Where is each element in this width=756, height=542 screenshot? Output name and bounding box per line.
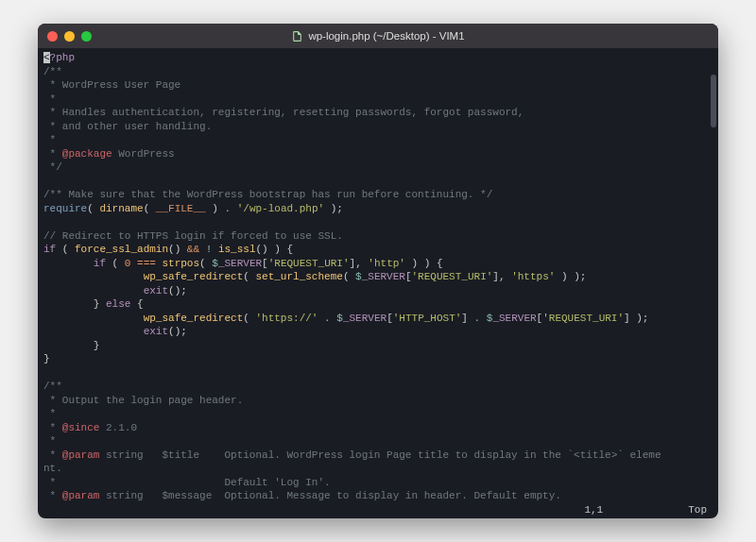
- doc-tag: @param: [62, 490, 100, 501]
- func: wp_safe_redirect: [144, 271, 244, 282]
- traffic-lights: [47, 31, 92, 42]
- func: wp_safe_redirect: [144, 313, 244, 324]
- doc-tag: @since: [62, 422, 100, 433]
- const: __FILE__: [156, 203, 206, 214]
- string: '/wp-load.php': [237, 203, 324, 214]
- keyword: exit: [144, 326, 168, 337]
- var: $: [212, 258, 218, 269]
- comment-line: /**: [43, 66, 62, 77]
- func: force_ssl_admin: [75, 244, 168, 255]
- scroll-position: Top: [688, 504, 707, 516]
- window-title-text: wp-login.php (~/Desktop) - VIM1: [308, 30, 464, 42]
- comment-line: 2.1.0: [99, 422, 137, 433]
- var: _SERVER: [343, 313, 387, 324]
- file-icon: [291, 30, 303, 42]
- string: 'REQUEST_URI': [412, 271, 493, 282]
- string: 'REQUEST_URI': [268, 258, 350, 269]
- php-open-tag-rest: ?php: [50, 52, 75, 63]
- string: 'https': [511, 271, 555, 282]
- comment-line: *: [43, 435, 56, 447]
- comment-line: string $message Optional. Message to dis…: [99, 490, 560, 501]
- comment-line: * Default 'Log In'.: [43, 477, 331, 488]
- comment-line: */: [43, 161, 62, 173]
- scrollbar-thumb[interactable]: [711, 75, 716, 127]
- var: $: [336, 313, 343, 324]
- comment-line: * WordPress User Page: [43, 79, 180, 91]
- keyword: require: [43, 203, 87, 214]
- comment-line: WordPress: [112, 148, 175, 160]
- php-open-tag: <: [43, 52, 50, 63]
- op: &&: [187, 244, 199, 255]
- editor-window: wp-login.php (~/Desktop) - VIM1 <?php /*…: [38, 24, 718, 518]
- string: 'REQUEST_URI': [542, 313, 624, 324]
- comment-line: *: [43, 134, 56, 145]
- maximize-button[interactable]: [81, 31, 92, 42]
- doc-tag: @param: [62, 449, 100, 461]
- func: is_ssl: [218, 244, 256, 255]
- comment-line: * and other user handling.: [43, 121, 212, 132]
- keyword: else: [106, 298, 130, 310]
- titlebar[interactable]: wp-login.php (~/Desktop) - VIM1: [38, 24, 718, 48]
- comment-line: *: [43, 449, 62, 461]
- var: _SERVER: [492, 313, 536, 324]
- comment-line: /**: [43, 381, 62, 392]
- var: $: [355, 271, 362, 282]
- comment-line: * Output the login page header.: [43, 395, 243, 406]
- comment-line: *: [43, 148, 62, 160]
- comment-line: // Redirect to HTTPS login if forced to …: [43, 230, 343, 242]
- var: _SERVER: [218, 258, 262, 269]
- func: dirname: [99, 203, 143, 214]
- string: 'HTTP_HOST': [393, 313, 462, 324]
- statusbar: 1,1 Top: [38, 503, 718, 518]
- keyword: if: [43, 244, 56, 255]
- comment-line: *: [43, 490, 62, 501]
- editor-content[interactable]: <?php /** * WordPress User Page * * Hand…: [38, 48, 718, 503]
- comment-line: *: [43, 408, 56, 419]
- window-title: wp-login.php (~/Desktop) - VIM1: [38, 30, 718, 42]
- minimize-button[interactable]: [64, 31, 75, 42]
- doc-tag: @package: [62, 148, 112, 160]
- punct: );: [324, 203, 343, 214]
- code-area[interactable]: <?php /** * WordPress User Page * * Hand…: [43, 51, 713, 503]
- op: ===: [137, 258, 156, 269]
- var: _SERVER: [362, 271, 405, 282]
- op: .: [324, 313, 331, 324]
- string: 'http': [368, 258, 405, 269]
- cursor-position: 1,1: [584, 504, 603, 516]
- comment-line: nt.: [43, 463, 62, 474]
- func: set_url_scheme: [255, 271, 342, 282]
- comment-line: *: [43, 422, 62, 433]
- keyword: if: [94, 258, 106, 269]
- keyword: exit: [144, 285, 168, 296]
- comment-line: /** Make sure that the WordPress bootstr…: [43, 189, 492, 200]
- string: 'https://': [255, 313, 318, 324]
- func: strpos: [162, 258, 199, 269]
- comment-line: *: [43, 93, 56, 105]
- comment-line: * Handles authentication, registering, r…: [43, 107, 524, 118]
- close-button[interactable]: [47, 31, 58, 42]
- comment-line: string $title Optional. WordPress login …: [99, 449, 661, 461]
